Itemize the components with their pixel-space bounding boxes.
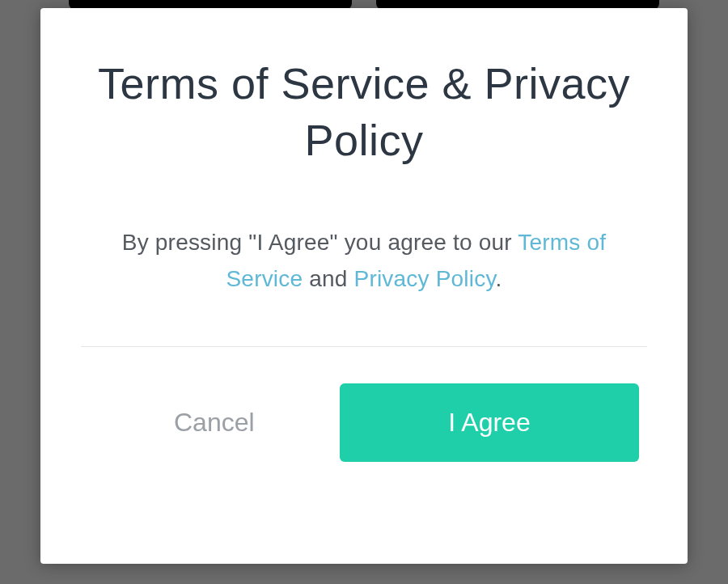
modal-divider [81,346,647,347]
agree-button[interactable]: I Agree [340,383,639,462]
modal-body-prefix: By pressing "I Agree" you agree to our [122,230,518,255]
cancel-button[interactable]: Cancel [174,408,255,438]
modal-body-connector: and [303,266,353,291]
privacy-policy-link[interactable]: Privacy Policy [354,266,496,291]
modal-footer: Cancel I Agree [81,383,647,462]
terms-modal: Terms of Service & Privacy Policy By pre… [40,8,688,564]
modal-body: By pressing "I Agree" you agree to our T… [81,225,647,298]
modal-body-suffix: . [496,266,502,291]
modal-body-text: By pressing "I Agree" you agree to our T… [81,225,647,298]
modal-title: Terms of Service & Privacy Policy [81,55,647,168]
